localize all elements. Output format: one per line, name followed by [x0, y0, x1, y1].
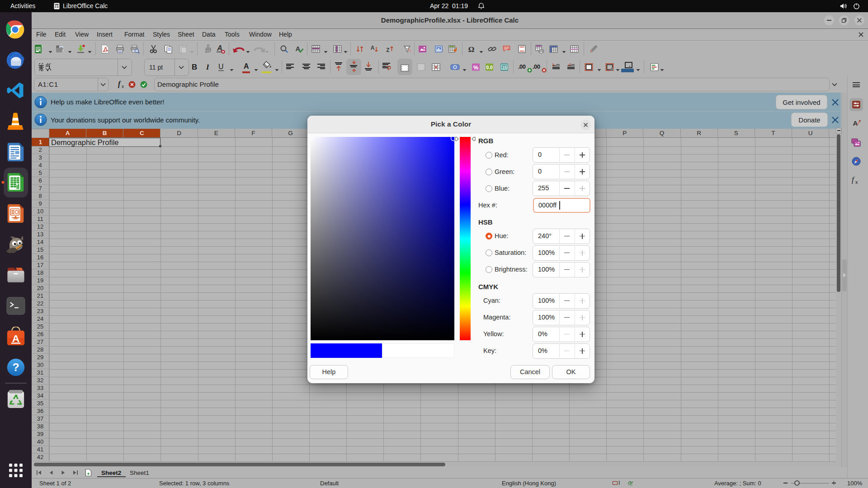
svg-text:?: ?	[12, 361, 19, 373]
svg-text:%: %	[473, 65, 478, 71]
svg-text:A: A	[853, 119, 858, 127]
svg-text:A: A	[217, 44, 222, 52]
svg-text:Ω: Ω	[468, 45, 475, 54]
svg-text:15: 15	[502, 65, 506, 70]
svg-text:A: A	[371, 45, 375, 51]
svg-text:Z: Z	[386, 47, 389, 53]
svg-text:0.0: 0.0	[486, 65, 493, 70]
